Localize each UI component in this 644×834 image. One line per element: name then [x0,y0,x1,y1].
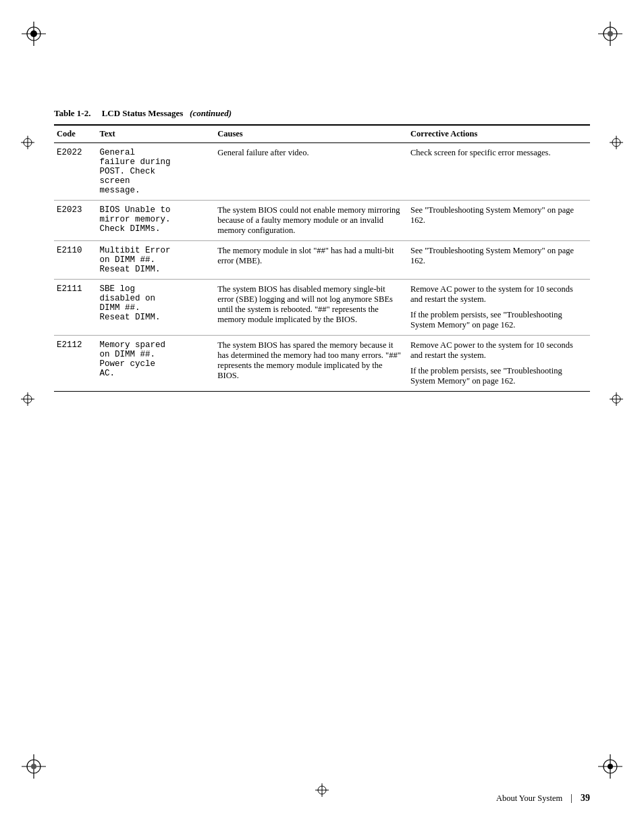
side-mark-left-top [20,135,35,153]
cell-actions: Remove AC power to the system for 10 sec… [408,280,590,336]
corner-mark-bl [20,753,47,780]
table-row: E2022General failure during POST. Check … [54,143,590,201]
svg-point-3 [30,30,37,37]
side-mark-right-top [609,135,624,153]
cell-code: E2111 [54,280,97,336]
cell-causes: General failure after video. [215,143,408,201]
col-header-code: Code [54,125,97,143]
page-footer: About Your System | 39 [0,793,644,804]
cell-causes: The system BIOS has spared the memory be… [215,336,408,392]
footer-section-name: About Your System [496,793,562,804]
main-content: Table 1-2. LCD Status Messages (continue… [54,41,590,392]
table-title-label: Table 1-2. [54,108,90,118]
cell-causes: The system BIOS has disabled memory sing… [215,280,408,336]
corner-mark-tr [597,20,624,47]
cell-text: Multibit Error on DIMM ##. Reseat DIMM. [97,241,215,280]
svg-point-23 [31,764,36,769]
lcd-status-table: Code Text Causes Corrective Actions E202… [54,124,590,392]
side-mark-right-mid [609,392,624,409]
footer-page-number: 39 [581,793,590,804]
side-mark-left-mid [20,392,35,409]
table-title: Table 1-2. LCD Status Messages (continue… [54,108,590,119]
cell-code: E2112 [54,336,97,392]
table-row: E2110Multibit Error on DIMM ##. Reseat D… [54,241,590,280]
cell-actions: Check screen for specific error messages… [408,143,590,201]
corner-mark-br [597,753,624,780]
cell-code: E2023 [54,201,97,241]
cell-text: Memory spared on DIMM ##. Power cycle AC… [97,336,215,392]
table-row: E2111SBE log disabled on DIMM ##. Reseat… [54,280,590,336]
cell-actions: See "Troubleshooting System Memory" on p… [408,201,590,241]
table-row: E2112Memory spared on DIMM ##. Power cyc… [54,336,590,392]
corner-mark-tl [20,20,47,47]
cell-actions: See "Troubleshooting System Memory" on p… [408,241,590,280]
col-header-text: Text [97,125,215,143]
svg-point-7 [608,31,613,36]
cell-text: BIOS Unable to mirror memory. Check DIMM… [97,201,215,241]
cell-code: E2022 [54,143,97,201]
cell-actions: Remove AC power to the system for 10 sec… [408,336,590,392]
svg-point-27 [608,764,613,769]
table-header-row: Code Text Causes Corrective Actions [54,125,590,143]
page-container: Table 1-2. LCD Status Messages (continue… [0,0,644,834]
cell-code: E2110 [54,241,97,280]
col-header-causes: Causes [215,125,408,143]
footer-divider: | [570,793,572,804]
cell-text: SBE log disabled on DIMM ##. Reseat DIMM… [97,280,215,336]
table-continued: (continued) [190,108,232,118]
table-row: E2023BIOS Unable to mirror memory. Check… [54,201,590,241]
col-header-actions: Corrective Actions [408,125,590,143]
cell-causes: The system BIOS could not enable memory … [215,201,408,241]
table-body: E2022General failure during POST. Check … [54,143,590,392]
table-subtitle: LCD Status Messages [102,108,184,118]
table-header: Code Text Causes Corrective Actions [54,125,590,143]
cell-causes: The memory module in slot "##" has had a… [215,241,408,280]
cell-text: General failure during POST. Check scree… [97,143,215,201]
